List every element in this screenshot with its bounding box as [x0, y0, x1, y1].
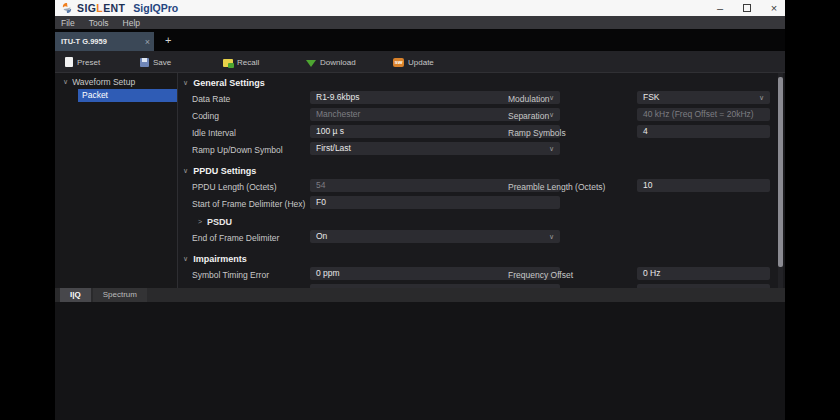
window-controls: – ×: [715, 0, 779, 16]
field-value: 0 Hz: [643, 268, 660, 278]
vertical-scrollbar-track[interactable]: [778, 73, 783, 288]
document-tab-bar: ITU-T G.9959 × +: [55, 29, 785, 51]
field-label: Frequency Offset: [508, 270, 573, 280]
form-row: Ramp Up/Down SymbolFirst/Last∨: [192, 142, 775, 159]
bottom-panel: I|QSpectrum I1.0000.5000.000-0.500-1.000…: [55, 288, 785, 420]
chevron-down-icon: ∨: [549, 108, 554, 121]
field-label: Separation: [508, 111, 549, 121]
preset-button[interactable]: Preset: [65, 51, 100, 73]
brand-text: SIGLENT: [77, 2, 125, 14]
tab-label: ITU-T G.9959: [61, 37, 142, 46]
form-row: Data RateR1-9.6kbps∨ModulationFSK∨: [192, 91, 775, 108]
field-label: Symbol Timing Error: [192, 270, 269, 280]
tree-node-packet[interactable]: Packet: [78, 89, 177, 102]
tree-node-waveform-setup[interactable]: ∨ Waveform Setup: [63, 77, 135, 87]
chevron-down-icon: ∨: [549, 142, 554, 155]
waveform-setup-tree: ∨ Waveform Setup Packet: [55, 73, 178, 288]
field-label: End of Frame Delimiter: [192, 233, 279, 243]
form-row: Symbol Timing Error0 ppmFrequency Offset…: [192, 267, 775, 284]
field-value: R1-9.6kbps: [316, 92, 359, 102]
floppy-icon: [140, 58, 149, 67]
save-button[interactable]: Save: [140, 51, 171, 73]
main-area: ∨ Waveform Setup Packet ∨General Setting…: [55, 73, 785, 288]
field-value: On: [316, 231, 327, 241]
settings-form: ∨General SettingsData RateR1-9.6kbps∨Mod…: [178, 73, 775, 288]
field-value: FSK: [643, 92, 660, 102]
tab-close-icon[interactable]: ×: [145, 37, 150, 47]
ramp-up-down-symbol-select[interactable]: First/Last∨: [310, 142, 560, 155]
maximize-icon[interactable]: [743, 4, 751, 12]
title-bar[interactable]: SIGLENT SigIQPro – ×: [55, 0, 785, 16]
field-label: Ramp Up/Down Symbol: [192, 145, 283, 155]
document-icon: [65, 57, 73, 67]
ramp-symbols-input[interactable]: 4: [637, 125, 770, 138]
update-button[interactable]: swUpdate: [393, 51, 434, 73]
menu-bar: FileToolsHelp: [55, 16, 785, 29]
app-name: SigIQPro: [133, 2, 178, 14]
section-header-impairments[interactable]: ∨Impairments: [183, 251, 775, 267]
frequency-offset-input[interactable]: 0 Hz: [637, 267, 770, 280]
toolbar-button-label: Recall: [237, 58, 259, 67]
form-row: CodingManchester∨Separation40 kHz (Freq …: [192, 108, 775, 125]
form-row: End of Frame DelimiterOn∨: [192, 230, 775, 247]
field-label: Start of Frame Delimiter (Hex): [192, 199, 305, 209]
download-icon: [306, 60, 316, 67]
form-row: Idle Interval100 µ sRamp Symbols4: [192, 125, 775, 142]
sigiqpro-window: SIGLENT SigIQPro – × FileToolsHelp ITU-T…: [55, 0, 785, 420]
chevron-down-icon: ∨: [63, 78, 68, 86]
field-value: 100 µ s: [316, 126, 344, 136]
start-of-frame-delimiter-hex-input[interactable]: F0: [310, 196, 560, 209]
field-label: Modulation: [508, 94, 550, 104]
chevron-right-icon: >: [198, 218, 202, 225]
chevron-down-icon: ∨: [183, 167, 188, 175]
toolbar: PresetSaveRecallDownloadswUpdate: [55, 51, 785, 73]
section-title: Impairments: [193, 254, 247, 264]
recall-button[interactable]: Recall: [223, 51, 259, 73]
add-tab-button[interactable]: +: [165, 34, 171, 46]
field-value: First/Last: [316, 143, 351, 153]
chevron-down-icon: ∨: [549, 230, 554, 243]
section-header-general-settings[interactable]: ∨General Settings: [183, 75, 775, 91]
preamble-length-octets-input[interactable]: 10: [637, 179, 770, 192]
modulation-select[interactable]: FSK∨: [637, 91, 770, 104]
field-label: Ramp Symbols: [508, 128, 566, 138]
field-label: Data Rate: [192, 94, 230, 104]
field-value: 10: [643, 180, 652, 190]
update-icon: sw: [393, 58, 404, 67]
field-label: PPDU Length (Octets): [192, 182, 277, 192]
tree-node-label: Waveform Setup: [72, 77, 135, 87]
chevron-down-icon: ∨: [183, 255, 188, 263]
tab-itu-t-g9959[interactable]: ITU-T G.9959 ×: [55, 32, 154, 51]
field-value: 0 ppm: [316, 268, 340, 278]
form-row: Start of Frame Delimiter (Hex)F0: [192, 196, 775, 213]
vertical-scrollbar-thumb[interactable]: [778, 77, 783, 267]
field-label: Coding: [192, 111, 219, 121]
menu-item-tools[interactable]: Tools: [89, 18, 109, 28]
toolbar-button-label: Preset: [77, 58, 100, 67]
field-value: 40 kHz (Freq Offset = 20kHz): [643, 109, 754, 119]
folder-icon: [223, 59, 233, 67]
separation-input: 40 kHz (Freq Offset = 20kHz): [637, 108, 770, 121]
minimize-icon[interactable]: –: [715, 3, 725, 13]
form-row: PPDU Length (Octets)54Preamble Length (O…: [192, 179, 775, 196]
bottom-tab-iq[interactable]: I|Q: [60, 288, 91, 302]
section-header-ppdu-settings[interactable]: ∨PPDU Settings: [183, 163, 775, 179]
bottom-tab-spectrum[interactable]: Spectrum: [93, 288, 147, 302]
toolbar-button-label: Update: [408, 58, 434, 67]
subgroup-title: PSDU: [207, 217, 232, 227]
menu-item-help[interactable]: Help: [123, 18, 140, 28]
end-of-frame-delimiter-select[interactable]: On∨: [310, 230, 560, 243]
close-icon[interactable]: ×: [769, 3, 779, 13]
siglent-logo-icon: [61, 2, 73, 14]
field-value: Manchester: [316, 109, 360, 119]
download-button[interactable]: Download: [306, 51, 356, 73]
chevron-down-icon: ∨: [759, 91, 764, 104]
field-label: Preamble Length (Octets): [508, 182, 605, 192]
field-value: 54: [316, 180, 325, 190]
section-title: PPDU Settings: [193, 166, 256, 176]
menu-item-file[interactable]: File: [61, 18, 75, 28]
bottom-tab-strip: I|QSpectrum: [55, 288, 785, 302]
chevron-down-icon: ∨: [183, 79, 188, 87]
subgroup-psdu[interactable]: >PSDU: [192, 213, 775, 230]
section-title: General Settings: [193, 78, 265, 88]
